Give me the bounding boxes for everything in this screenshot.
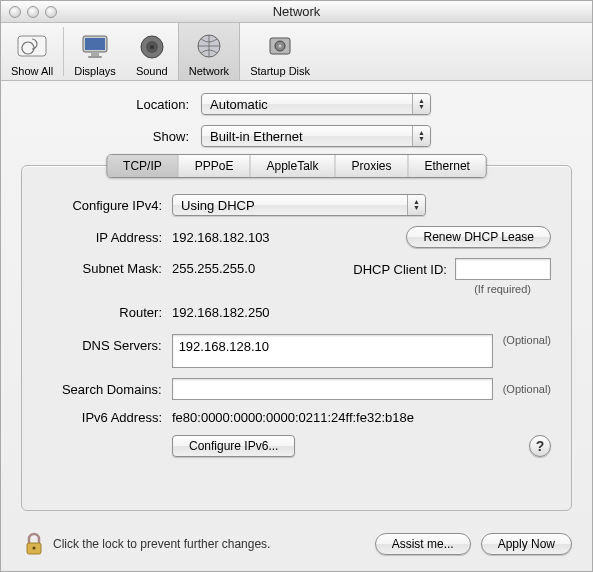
- dns-servers-input[interactable]: 192.168.128.10: [172, 334, 493, 368]
- configure-ipv4-label: Configure IPv4:: [42, 198, 172, 213]
- minimize-window-button[interactable]: [27, 6, 39, 18]
- toolbar-show-all[interactable]: Show All: [1, 23, 63, 80]
- close-window-button[interactable]: [9, 6, 21, 18]
- dns-optional-label: (Optional): [503, 334, 551, 346]
- toolbar-network[interactable]: Network: [178, 23, 240, 80]
- sound-icon: [136, 31, 168, 63]
- chevron-updown-icon: ▲▼: [412, 126, 430, 146]
- window-controls: [1, 6, 57, 18]
- svg-rect-2: [85, 38, 105, 50]
- dhcp-client-id-hint: (If required): [474, 283, 551, 295]
- subnet-mask-value: 255.255.255.0: [172, 258, 292, 276]
- toolbar-label: Displays: [74, 65, 116, 77]
- window: Network Show All Displays: [0, 0, 593, 572]
- dns-servers-label: DNS Servers:: [42, 334, 172, 353]
- toolbar-label: Network: [189, 65, 229, 77]
- show-select[interactable]: Built-in Ethernet ▲▼: [201, 125, 431, 147]
- chevron-updown-icon: ▲▼: [407, 195, 425, 215]
- window-title: Network: [1, 4, 592, 19]
- location-label: Location:: [21, 97, 201, 112]
- location-select[interactable]: Automatic ▲▼: [201, 93, 431, 115]
- network-icon: [193, 31, 225, 63]
- dhcp-client-id-input[interactable]: [455, 258, 551, 280]
- startup-disk-icon: [264, 31, 296, 63]
- displays-icon: [79, 31, 111, 63]
- apply-now-button[interactable]: Apply Now: [481, 533, 572, 555]
- toolbar-label: Show All: [11, 65, 53, 77]
- zoom-window-button[interactable]: [45, 6, 57, 18]
- show-label: Show:: [21, 129, 201, 144]
- toolbar-displays[interactable]: Displays: [64, 23, 126, 80]
- show-value: Built-in Ethernet: [202, 129, 412, 144]
- svg-point-13: [33, 547, 36, 550]
- chevron-updown-icon: ▲▼: [412, 94, 430, 114]
- tab-pppoe[interactable]: PPPoE: [179, 155, 251, 177]
- lock-text: Click the lock to prevent further change…: [53, 537, 365, 551]
- configure-ipv4-value: Using DHCP: [173, 198, 407, 213]
- svg-rect-3: [91, 53, 99, 56]
- ip-address-value: 192.168.182.103: [172, 230, 322, 245]
- location-value: Automatic: [202, 97, 412, 112]
- tab-tcpip[interactable]: TCP/IP: [107, 155, 179, 177]
- help-button[interactable]: ?: [529, 435, 551, 457]
- renew-dhcp-lease-button[interactable]: Renew DHCP Lease: [406, 226, 551, 248]
- search-optional-label: (Optional): [503, 383, 551, 395]
- router-value: 192.168.182.250: [172, 305, 270, 320]
- ipv6-address-label: IPv6 Address:: [42, 410, 172, 425]
- ip-address-label: IP Address:: [42, 230, 172, 245]
- tab-proxies[interactable]: Proxies: [336, 155, 409, 177]
- search-domains-label: Search Domains:: [42, 382, 172, 397]
- tab-ethernet[interactable]: Ethernet: [409, 155, 486, 177]
- toolbar-sound[interactable]: Sound: [126, 23, 178, 80]
- toolbar-label: Startup Disk: [250, 65, 310, 77]
- tab-appletalk[interactable]: AppleTalk: [250, 155, 335, 177]
- titlebar: Network: [1, 1, 592, 23]
- ipv6-address-value: fe80:0000:0000:0000:0211:24ff:fe32:b18e: [172, 410, 414, 425]
- lock-icon[interactable]: [21, 531, 47, 557]
- tabs: TCP/IP PPPoE AppleTalk Proxies Ethernet: [106, 154, 487, 178]
- configure-ipv4-select[interactable]: Using DHCP ▲▼: [172, 194, 426, 216]
- svg-point-11: [279, 45, 282, 48]
- subnet-mask-label: Subnet Mask:: [42, 258, 172, 276]
- search-domains-input[interactable]: [172, 378, 493, 400]
- assist-me-button[interactable]: Assist me...: [375, 533, 471, 555]
- router-label: Router:: [42, 305, 172, 320]
- settings-panel: TCP/IP PPPoE AppleTalk Proxies Ethernet …: [21, 165, 572, 511]
- toolbar-label: Sound: [136, 65, 168, 77]
- show-all-icon: [16, 31, 48, 63]
- svg-rect-4: [88, 56, 102, 58]
- dhcp-client-id-label: DHCP Client ID:: [353, 262, 455, 277]
- svg-point-7: [150, 45, 154, 49]
- toolbar-startup-disk[interactable]: Startup Disk: [240, 23, 320, 80]
- content: Location: Automatic ▲▼ Show: Built-in Et…: [1, 81, 592, 521]
- configure-ipv6-button[interactable]: Configure IPv6...: [172, 435, 295, 457]
- footer: Click the lock to prevent further change…: [1, 521, 592, 571]
- toolbar: Show All Displays Soun: [1, 23, 592, 81]
